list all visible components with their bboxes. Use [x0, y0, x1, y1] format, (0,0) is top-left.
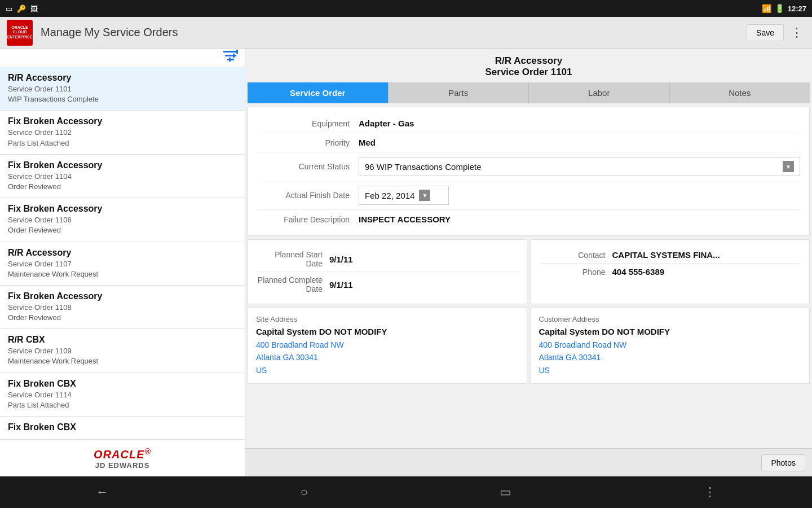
dropdown-arrow-icon: ▼ [783, 161, 794, 172]
status-bar-left: ▭ 🔑 🖼 [6, 5, 38, 13]
home-icon[interactable]: ○ [301, 485, 308, 500]
equipment-row: Equipment Adapter - Gas [257, 114, 800, 133]
list-item-subtitle: Service Order 1104 Order Reviewed [8, 172, 237, 192]
list-item[interactable]: Fix Broken CBX [0, 417, 245, 440]
site-address-street[interactable]: 400 Broadland Road NW [256, 339, 519, 351]
tab-service-order[interactable]: Service Order [248, 82, 389, 103]
status-select[interactable]: 96 WIP Transactions Complete ▼ [359, 157, 800, 176]
filter-icon[interactable] [223, 50, 238, 65]
list-item-subtitle: Service Order 1102 Parts List Attached [8, 128, 237, 148]
site-address-name: Capital System DO NOT MODIFY [256, 327, 519, 336]
sidebar-filter [0, 49, 245, 67]
site-address-country[interactable]: US [256, 364, 519, 376]
customer-address-country[interactable]: US [539, 364, 802, 376]
list-item-title: Fix Broken Accessory [8, 204, 237, 214]
failure-desc-label: Failure Description [257, 215, 359, 224]
battery-icon: 🔋 [775, 4, 784, 13]
calendar-icon: ▼ [419, 190, 430, 201]
recents-icon[interactable]: ▭ [500, 485, 511, 500]
status-label: Current Status [257, 162, 359, 171]
planned-complete-label: Planned Complete Date [256, 275, 329, 294]
svg-rect-0 [223, 51, 238, 52]
list-item[interactable]: Fix Broken Accessory Service Order 1106 … [0, 198, 245, 242]
dates-section: Planned Start Date 9/1/11 Planned Comple… [248, 239, 527, 304]
customer-address-city[interactable]: Atlanta GA 30341 [539, 351, 802, 364]
tab-bar: Service Order Parts Labor Notes [248, 82, 810, 103]
priority-row: Priority Med [257, 133, 800, 152]
photos-button[interactable]: Photos [761, 454, 805, 471]
list-item[interactable]: R/R Accessory Service Order 1107 Mainten… [0, 242, 245, 286]
more-nav-icon[interactable]: ⋮ [704, 485, 716, 500]
key-icon: 🔑 [17, 5, 26, 13]
planned-complete-row: Planned Complete Date 9/1/11 [256, 272, 519, 297]
equipment-label: Equipment [257, 119, 359, 128]
content-title: R/R Accessory [245, 55, 812, 67]
oracle-brand-name: ORACLE® [7, 447, 238, 461]
list-item[interactable]: Fix Broken Accessory Service Order 1108 … [0, 286, 245, 329]
customer-address-name: Capital System DO NOT MODIFY [539, 327, 802, 336]
list-item[interactable]: Fix Broken Accessory Service Order 1102 … [0, 111, 245, 154]
app-title: Manage My Service Orders [41, 26, 747, 39]
form-area: Equipment Adapter - Gas Priority Med Cur… [245, 103, 812, 448]
svg-rect-5 [229, 58, 231, 62]
photo-icon: 🖼 [30, 5, 38, 13]
customer-address-street[interactable]: 400 Broadland Road NW [539, 339, 802, 351]
list-item-subtitle: Service Order 1108 Order Reviewed [8, 303, 237, 323]
list-item-title: R/R CBX [8, 335, 237, 345]
list-item[interactable]: R/R Accessory Service Order 1101 WIP Tra… [0, 67, 245, 111]
phone-value: 404 555-6389 [612, 267, 665, 277]
failure-desc-row: Failure Description INSPECT ACCESSORY [257, 210, 800, 229]
status-bar-right: 📶 🔋 12:27 [762, 4, 806, 13]
content-subtitle: Service Order 1101 [245, 67, 812, 78]
svg-rect-3 [236, 50, 238, 54]
customer-address-section: Customer Address Capital System DO NOT M… [531, 308, 810, 384]
planned-start-value: 9/1/11 [329, 255, 353, 264]
phone-row: Phone 404 555-6389 [539, 264, 802, 280]
details-section: Planned Start Date 9/1/11 Planned Comple… [248, 239, 810, 304]
tab-parts[interactable]: Parts [389, 82, 529, 103]
status-row: Current Status 96 WIP Transactions Compl… [257, 152, 800, 181]
list-item-title: Fix Broken Accessory [8, 116, 237, 126]
failure-desc-value: INSPECT ACCESSORY [359, 214, 800, 224]
site-address-section: Site Address Capital System DO NOT MODIF… [248, 308, 527, 384]
list-item-subtitle: Service Order 1114 Parts List Attached [8, 390, 237, 410]
list-item-subtitle: Service Order 1101 WIP Transactions Comp… [8, 84, 237, 104]
contact-label: Contact [539, 251, 612, 260]
list-item-subtitle: Service Order 1109 Maintenance Work Requ… [8, 346, 237, 366]
equipment-value: Adapter - Gas [359, 119, 800, 128]
more-icon[interactable]: ⋮ [788, 23, 805, 42]
wifi-icon: 📶 [762, 4, 771, 13]
save-button[interactable]: Save [747, 24, 784, 41]
list-item-title: R/R Accessory [8, 248, 237, 258]
planned-start-row: Planned Start Date 9/1/11 [256, 247, 519, 272]
customer-address-label: Customer Address [539, 315, 802, 323]
list-item-title: Fix Broken Accessory [8, 160, 237, 170]
contact-value: CAPITAL SYSTEMS FINA... [612, 250, 720, 260]
app-bar: ORACLECLOUDENTERPRISE Manage My Service … [0, 17, 812, 49]
phone-label: Phone [539, 268, 612, 277]
main-layout: R/R Accessory Service Order 1101 WIP Tra… [0, 49, 812, 476]
tab-notes[interactable]: Notes [670, 82, 810, 103]
finish-date-label: Actual Finish Date [257, 191, 359, 200]
list-item[interactable]: R/R CBX Service Order 1109 Maintenance W… [0, 329, 245, 373]
jd-edwards-brand: JD EDWARDS [7, 461, 238, 470]
list-item[interactable]: Fix Broken Accessory Service Order 1104 … [0, 155, 245, 198]
planned-complete-value: 9/1/11 [329, 280, 353, 290]
list-item[interactable]: Fix Broken CBX Service Order 1114 Parts … [0, 373, 245, 417]
content-area: R/R Accessory Service Order 1101 Service… [245, 49, 812, 476]
time-display: 12:27 [788, 5, 806, 13]
list-item-title: Fix Broken CBX [8, 422, 237, 432]
app-bar-actions: Save ⋮ [747, 23, 805, 42]
status-bar: ▭ 🔑 🖼 📶 🔋 12:27 [0, 0, 812, 17]
content-bottom-bar: Photos [245, 448, 812, 476]
site-address-city[interactable]: Atlanta GA 30341 [256, 351, 519, 364]
content-header: R/R Accessory Service Order 1101 [245, 49, 812, 82]
contact-section: Contact CAPITAL SYSTEMS FINA... Phone 40… [531, 239, 810, 304]
finish-date-picker[interactable]: Feb 22, 2014 ▼ [359, 186, 449, 205]
list-item-title: Fix Broken CBX [8, 379, 237, 389]
site-address-label: Site Address [256, 315, 519, 323]
priority-label: Priority [257, 138, 359, 147]
tab-labor[interactable]: Labor [529, 82, 670, 103]
list-item-subtitle: Service Order 1106 Order Reviewed [8, 215, 237, 235]
back-icon[interactable]: ← [96, 485, 108, 500]
